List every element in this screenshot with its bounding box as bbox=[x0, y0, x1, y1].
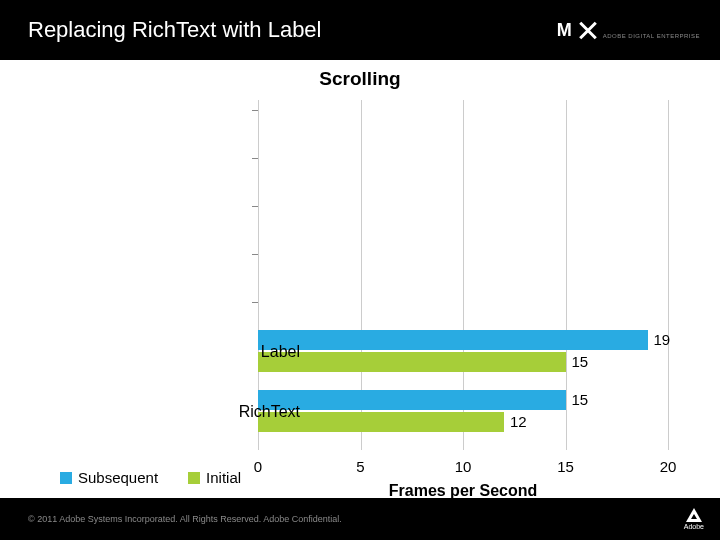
category-label-richtext: RichText bbox=[239, 403, 300, 421]
max-logo: M ADOBE DIGITAL ENTERPRISE bbox=[557, 20, 700, 41]
logo-subtitle: ADOBE DIGITAL ENTERPRISE bbox=[603, 33, 700, 39]
x-tick-label: 0 bbox=[254, 458, 262, 475]
legend-item-subsequent: Subsequent bbox=[60, 469, 158, 486]
bar-label-subsequent: 19 bbox=[258, 330, 648, 350]
y-tick bbox=[252, 302, 258, 303]
y-tick bbox=[252, 254, 258, 255]
legend-item-initial: Initial bbox=[188, 469, 241, 486]
x-tick-label: 20 bbox=[660, 458, 677, 475]
chart-area: Scrolling 19 15 15 12 0 5 10 15 2 bbox=[0, 60, 720, 498]
page-title: Replacing RichText with Label bbox=[28, 17, 322, 43]
y-tick bbox=[252, 158, 258, 159]
y-tick bbox=[252, 206, 258, 207]
x-tick-label: 15 bbox=[557, 458, 574, 475]
legend-label: Subsequent bbox=[78, 469, 158, 486]
bar-value: 12 bbox=[510, 413, 527, 430]
adobe-text: Adobe bbox=[684, 523, 704, 530]
footer-bar: © 2011 Adobe Systems Incorporated. All R… bbox=[0, 498, 720, 540]
chart-title: Scrolling bbox=[0, 60, 720, 90]
x-tick-label: 10 bbox=[455, 458, 472, 475]
x-tick-label: 5 bbox=[356, 458, 364, 475]
copyright-text: © 2011 Adobe Systems Incorporated. All R… bbox=[28, 514, 342, 524]
adobe-logo: Adobe bbox=[684, 508, 704, 530]
legend-swatch-icon bbox=[60, 472, 72, 484]
x-axis-label: Frames per Second bbox=[389, 482, 538, 500]
legend-swatch-icon bbox=[188, 472, 200, 484]
legend-label: Initial bbox=[206, 469, 241, 486]
category-label-label: Label bbox=[261, 343, 300, 361]
legend: Subsequent Initial bbox=[60, 469, 241, 486]
header-bar: Replacing RichText with Label M ADOBE DI… bbox=[0, 0, 720, 60]
grid-line bbox=[668, 100, 669, 450]
logo-x-icon bbox=[579, 21, 597, 39]
bar-value: 19 bbox=[654, 331, 671, 348]
bar-value: 15 bbox=[572, 353, 589, 370]
adobe-a-icon bbox=[686, 508, 702, 522]
plot-region: 19 15 15 12 0 5 10 15 20 Frames per Seco… bbox=[258, 100, 668, 450]
logo-m-letter: M bbox=[557, 20, 573, 41]
bar-value: 15 bbox=[572, 391, 589, 408]
grid-line bbox=[566, 100, 567, 450]
bar-richtext-subsequent: 15 bbox=[258, 390, 566, 410]
bar-label-initial: 15 bbox=[258, 352, 566, 372]
y-tick bbox=[252, 110, 258, 111]
